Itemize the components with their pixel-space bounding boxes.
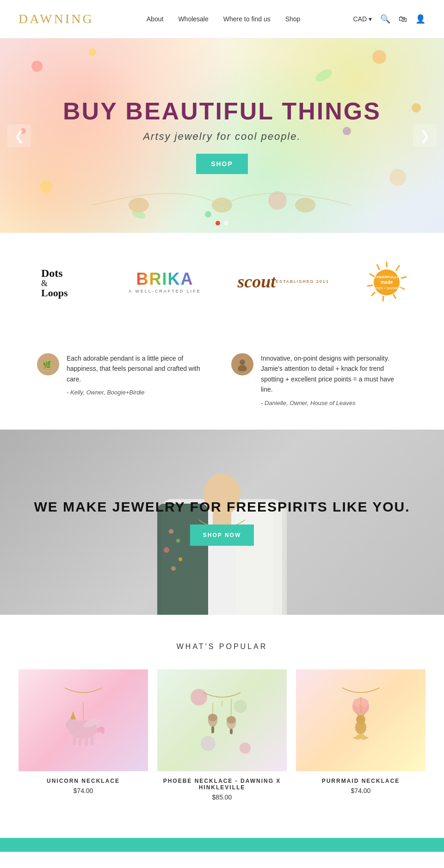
currency-selector[interactable]: CAD ▾ — [353, 15, 372, 23]
product-price-purrmaid: $74.00 — [296, 787, 426, 794]
svg-point-9 — [412, 103, 421, 112]
cart-icon[interactable]: 🛍 — [399, 14, 407, 24]
svg-point-33 — [240, 360, 245, 365]
brand-dots-loops[interactable]: Dots & Loops — [37, 263, 92, 300]
svg-marker-53 — [70, 711, 76, 719]
testimonial-author-1: - Kelly, Owner, Boogie+Birdie — [67, 389, 213, 396]
nav-wholesale[interactable]: Wholesale — [178, 15, 208, 23]
product-name-phoebe: PHOEBE NECKLACE - DAWNING X HINKLEVILLE — [157, 778, 287, 791]
freespirits-shop-button[interactable]: SHOP NOW — [190, 525, 254, 546]
phoebe-necklace-image — [185, 679, 259, 762]
hero-next-button[interactable]: ❯ — [413, 125, 437, 147]
freespirits-banner: WE MAKE JEWELRY FOR FREESPIRITS LIKE YOU… — [0, 430, 444, 615]
products-grid: UNICORN NECKLACE $74.00 — [18, 669, 426, 801]
svg-text:GOODS + MARKETS: GOODS + MARKETS — [371, 287, 402, 290]
popular-section: WHAT'S POPULAR — [0, 615, 444, 838]
hero-dot-2[interactable] — [224, 221, 228, 225]
testimonial-content-2: Innovative, on-point designs with person… — [261, 353, 407, 406]
cheerfully-sun-svg: CHEERFULLY made GOODS + MARKETS — [366, 261, 407, 302]
product-card-purrmaid[interactable]: PURRMAID NECKLACE $74.00 — [296, 669, 426, 801]
hero-dot-1[interactable] — [216, 221, 220, 225]
svg-point-60 — [208, 714, 217, 721]
brand-cheerfully[interactable]: CHEERFULLY made GOODS + MARKETS — [366, 261, 407, 302]
nav-shop[interactable]: Shop — [285, 15, 301, 23]
svg-line-23 — [383, 296, 383, 301]
svg-rect-61 — [211, 726, 214, 733]
purrmaid-necklace-image — [324, 679, 398, 762]
brand-brika[interactable]: BRIKA A WELL-CRAFTED LIFE — [129, 269, 201, 293]
freespirits-title: WE MAKE JEWELRY FOR FREESPIRITS LIKE YOU… — [34, 499, 410, 515]
brika-logo-text: BRIKA — [136, 269, 193, 289]
svg-line-27 — [377, 264, 380, 270]
svg-rect-49 — [79, 739, 81, 746]
svg-point-57 — [201, 736, 216, 751]
svg-rect-48 — [73, 737, 76, 745]
hero-dots — [216, 221, 228, 225]
hero-prev-button[interactable]: ❮ — [7, 125, 31, 147]
testimonial-avatar-1: 🌿 — [37, 353, 59, 375]
svg-text:made: made — [380, 280, 393, 285]
svg-line-24 — [371, 292, 375, 296]
product-name-unicorn: UNICORN NECKLACE — [18, 778, 148, 784]
product-name-purrmaid: PURRMAID NECKLACE — [296, 778, 426, 784]
svg-point-34 — [238, 365, 247, 372]
hero-shop-button[interactable]: SHOP — [196, 154, 248, 174]
svg-point-42 — [164, 547, 169, 553]
product-image-purrmaid — [296, 669, 426, 771]
product-card-unicorn[interactable]: UNICORN NECKLACE $74.00 — [18, 669, 148, 801]
svg-line-26 — [370, 274, 375, 277]
nav-where-to-find[interactable]: Where to find us — [223, 15, 271, 23]
svg-point-1 — [89, 49, 96, 56]
svg-rect-51 — [91, 737, 93, 745]
testimonial-1: 🌿 Each adorable pendant is a little piec… — [37, 353, 213, 406]
svg-point-73 — [356, 715, 365, 724]
nav-links: About Wholesale Where to find us Shop — [147, 15, 301, 23]
svg-point-14 — [295, 198, 315, 212]
svg-line-22 — [393, 294, 396, 299]
svg-point-7 — [389, 169, 406, 186]
svg-rect-50 — [85, 739, 88, 746]
svg-line-25 — [367, 285, 373, 286]
hero-subtitle: Artsy jewelry for cool people. — [63, 131, 381, 143]
svg-point-63 — [227, 716, 236, 724]
svg-line-19 — [396, 265, 400, 271]
hero-content: BUY BEAUTIFUL THINGS Artsy jewelry for c… — [63, 97, 381, 174]
product-price-phoebe: $85.00 — [157, 793, 287, 801]
scout-logo-sub: ESTABLISHED 2011 — [276, 279, 329, 284]
svg-point-2 — [314, 67, 334, 84]
nav-about[interactable]: About — [147, 15, 164, 23]
testimonials-section: 🌿 Each adorable pendant is a little piec… — [0, 330, 444, 430]
brand-scout[interactable]: scout ESTABLISHED 2011 — [238, 271, 329, 292]
testimonial-author-2: - Danielle, Owner, House of Leaves — [261, 400, 407, 406]
product-image-phoebe — [157, 669, 287, 771]
freespirits-content: WE MAKE JEWELRY FOR FREESPIRITS LIKE YOU… — [34, 499, 410, 546]
svg-text:CHEERFULLY: CHEERFULLY — [374, 275, 399, 279]
svg-point-58 — [240, 743, 251, 754]
svg-point-43 — [179, 557, 182, 561]
svg-point-56 — [234, 700, 247, 713]
dots-loops-logo-svg: Dots & Loops — [37, 263, 92, 300]
svg-point-55 — [191, 689, 207, 706]
navigation: DAWNING About Wholesale Where to find us… — [0, 0, 444, 38]
product-card-phoebe[interactable]: PHOEBE NECKLACE - DAWNING X HINKLEVILLE … — [157, 669, 287, 801]
svg-point-5 — [40, 180, 53, 193]
hero-banner: ❮ BUY BEAUTIFUL THINGS Artsy jewelry for… — [0, 38, 444, 233]
svg-text:Dots: Dots — [41, 267, 63, 279]
popular-section-title: WHAT'S POPULAR — [18, 643, 426, 651]
testimonial-text-1: Each adorable pendant is a little piece … — [67, 353, 213, 384]
site-logo[interactable]: DAWNING — [18, 12, 94, 26]
svg-point-52 — [66, 719, 80, 731]
search-icon[interactable]: 🔍 — [380, 14, 390, 24]
svg-text:&: & — [41, 279, 48, 288]
svg-point-10 — [205, 211, 211, 218]
unicorn-necklace-image — [46, 679, 120, 762]
scout-logo-text: scout — [238, 271, 276, 292]
brands-section: Dots & Loops BRIKA A WELL-CRAFTED LIFE s… — [0, 233, 444, 330]
user-icon[interactable]: 👤 — [415, 14, 426, 24]
svg-point-3 — [372, 50, 386, 64]
nav-right-controls: CAD ▾ 🔍 🛍 👤 — [353, 14, 426, 24]
testimonial-avatar-2 — [231, 353, 253, 375]
svg-line-20 — [401, 277, 407, 278]
testimonial-2: Innovative, on-point designs with person… — [231, 353, 407, 406]
footer-bar — [0, 838, 444, 852]
